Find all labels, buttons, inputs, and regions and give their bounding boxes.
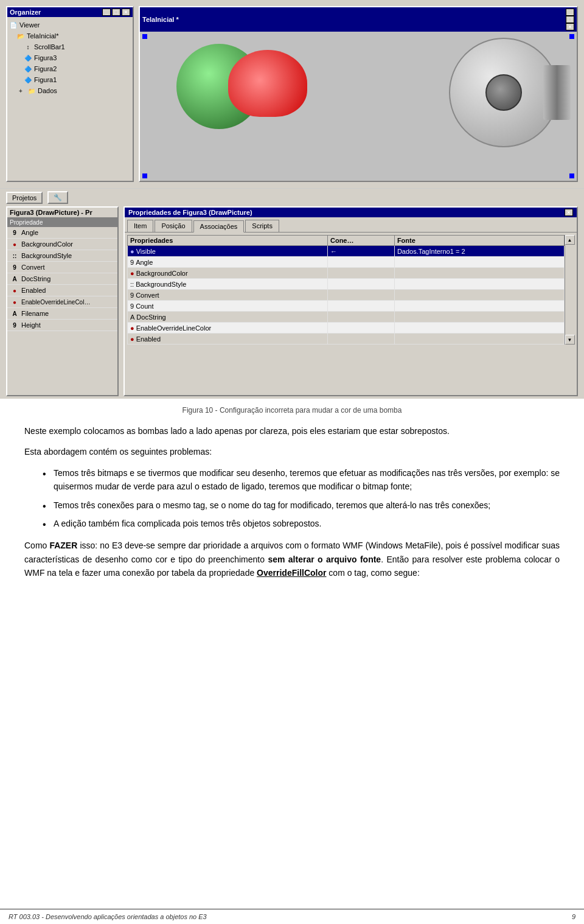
footer: RT 003.03 - Desenvolvendo aplicações ori… bbox=[0, 909, 584, 924]
tree-item-viewer[interactable]: 📄 Viewer bbox=[9, 19, 131, 30]
organizer-panel: Organizer _ □ × 📄 Viewer 📂 TelaInicial* … bbox=[6, 6, 134, 182]
telainicial-maximize-button[interactable]: □ bbox=[566, 16, 574, 23]
cell-count-cone bbox=[327, 301, 394, 312]
angle-num-icon: 9 bbox=[130, 259, 134, 266]
tab-posicao[interactable]: Posição bbox=[155, 220, 192, 232]
props-table-area: Propriedades Cone… Fonte ●Visible ← bbox=[125, 233, 577, 395]
prop-icon-height: 9 bbox=[10, 320, 19, 330]
tree-item-scrollbar1[interactable]: ↕ ScrollBar1 bbox=[23, 41, 131, 52]
cell-enableoverride-name: ●EnableOverrideLineColor bbox=[128, 323, 328, 334]
figura2-icon: 🔷 bbox=[23, 64, 33, 74]
dialog-tabs: Item Posição Associações Scripts bbox=[125, 217, 577, 233]
screenshot-area: Organizer _ □ × 📄 Viewer 📂 TelaInicial* … bbox=[0, 0, 584, 189]
projetos-label: Projetos bbox=[12, 194, 36, 201]
properties-dialog: Propriedades de Figura3 (DrawPicture) × … bbox=[123, 206, 578, 396]
cell-enabled-name: ●Enabled bbox=[128, 334, 328, 345]
tree-label-dados: Dados bbox=[38, 87, 57, 94]
tree-item-figura2[interactable]: 🔷 Figura2 bbox=[23, 63, 131, 74]
figura3-icon: 🔷 bbox=[23, 53, 33, 63]
paragraph-1: Neste exemplo colocamos as bombas lado a… bbox=[24, 424, 560, 438]
table-row-docstring[interactable]: ADocString bbox=[128, 312, 565, 323]
bgstyle-icon: :: bbox=[130, 281, 134, 288]
cell-enabled-cone bbox=[327, 334, 394, 345]
table-container: Propriedades Cone… Fonte ●Visible ← bbox=[127, 235, 565, 345]
table-row-backgroundstyle[interactable]: ::BackgroundStyle bbox=[128, 279, 565, 290]
scroll-down-button[interactable]: ▼ bbox=[565, 335, 575, 345]
figure-caption: Figura 10 - Configuração incorreta para … bbox=[0, 401, 584, 417]
expand-icon: + bbox=[16, 86, 26, 96]
prop-name-enabled: Enabled bbox=[21, 287, 46, 294]
table-row-angle[interactable]: 9Angle bbox=[128, 257, 565, 268]
bullet-item-3: A edição também fica complicada pois tem… bbox=[43, 517, 560, 530]
prop-icon-filename: A bbox=[10, 309, 19, 318]
organizer-titlebar-buttons: _ □ × bbox=[102, 9, 130, 16]
para3-overridefillcolor: OverrideFillColor bbox=[257, 568, 326, 578]
cell-visible-fonte: Dados.TagInterno1 = 2 bbox=[394, 246, 564, 257]
tab-associacoes[interactable]: Associações bbox=[193, 220, 245, 233]
cell-visible-name: ●Visible bbox=[128, 246, 328, 257]
organizer-maximize-button[interactable]: □ bbox=[112, 9, 120, 16]
organizer-titlebar: Organizer _ □ × bbox=[7, 7, 133, 17]
red-shape bbox=[228, 50, 307, 117]
table-row-visible[interactable]: ●Visible ← Dados.TagInterno1 = 2 bbox=[128, 246, 565, 257]
bullet-item-1: Temos três bitmaps e se tivermos que mod… bbox=[43, 466, 560, 494]
prop-icon-angle: 9 bbox=[10, 228, 19, 237]
cell-enabled-fonte bbox=[394, 334, 564, 345]
toolbar-icon-button[interactable]: 🔧 bbox=[47, 191, 68, 204]
disk-center bbox=[485, 74, 522, 111]
enabled-icon: ● bbox=[130, 335, 134, 343]
prop-icon-bgstyle: :: bbox=[10, 251, 19, 261]
bullet-item-2: Temos três conexões para o mesmo tag, se… bbox=[43, 499, 560, 512]
table-row-enableoverride[interactable]: ●EnableOverrideLineColor bbox=[128, 323, 565, 334]
footer-left: RT 003.03 - Desenvolvendo aplicações ori… bbox=[9, 913, 207, 920]
prop-row-bgcolor[interactable]: ● BackgroundColor bbox=[7, 239, 117, 250]
table-row-convert[interactable]: 9Convert bbox=[128, 290, 565, 301]
table-row-backgroundcolor[interactable]: ●BackgroundColor bbox=[128, 268, 565, 279]
visible-icon: ● bbox=[130, 248, 134, 255]
prop-row-angle[interactable]: 9 Angle bbox=[7, 227, 117, 239]
table-scrollbar[interactable]: ▲ ▼ bbox=[565, 235, 574, 345]
table-row-enabled[interactable]: ●Enabled bbox=[128, 334, 565, 345]
bullet-list: Temos três bitmaps e se tivermos que mod… bbox=[24, 466, 560, 531]
tab-scripts[interactable]: Scripts bbox=[245, 220, 279, 232]
cell-bgstyle-cone bbox=[327, 279, 394, 290]
tree-label-figura1: Figura1 bbox=[34, 76, 57, 83]
prop-row-filename[interactable]: A Filename bbox=[7, 308, 117, 320]
cell-enableoverride-fonte bbox=[394, 323, 564, 334]
table-row-count[interactable]: 9Count bbox=[128, 301, 565, 312]
cell-bgstyle-name: ::BackgroundStyle bbox=[128, 279, 328, 290]
telainicial-minimize-button[interactable]: _ bbox=[566, 9, 574, 16]
tree-item-figura1[interactable]: 🔷 Figura1 bbox=[23, 74, 131, 85]
toolbar-area: Projetos 🔧 bbox=[0, 189, 584, 204]
para3-fazer: FAZER bbox=[49, 541, 77, 550]
table-with-scrollbar: Propriedades Cone… Fonte ●Visible ← bbox=[127, 235, 574, 345]
tab-item[interactable]: Item bbox=[127, 220, 153, 232]
prop-row-height[interactable]: 9 Height bbox=[7, 320, 117, 331]
prop-name-height: Height bbox=[21, 321, 41, 329]
tree-label-figura3: Figura3 bbox=[34, 54, 57, 61]
prop-row-bgstyle[interactable]: :: BackgroundStyle bbox=[7, 250, 117, 262]
tree-label-figura2: Figura2 bbox=[34, 65, 57, 72]
prop-row-docstring[interactable]: A DocString bbox=[7, 273, 117, 285]
scrollbar-icon: ↕ bbox=[23, 42, 33, 52]
bgcolor-icon: ● bbox=[130, 270, 134, 277]
prop-icon-docstring: A bbox=[10, 274, 19, 284]
prop-row-convert[interactable]: 9 Convert bbox=[7, 262, 117, 273]
folder-open-icon: 📂 bbox=[16, 31, 26, 41]
prop-name-enableoverride: EnableOverrideLineCol… bbox=[21, 299, 90, 306]
cell-angle-name: 9Angle bbox=[128, 257, 328, 268]
tree-item-telainicial[interactable]: 📂 TelaInicial* bbox=[16, 30, 131, 41]
dialog-close-button[interactable]: × bbox=[565, 209, 573, 216]
organizer-minimize-button[interactable]: _ bbox=[102, 9, 111, 16]
tree-item-figura3[interactable]: 🔷 Figura3 bbox=[23, 52, 131, 63]
telainicial-title: TelaInicial * bbox=[142, 16, 179, 23]
tree-item-dados[interactable]: + 📁 Dados bbox=[16, 85, 131, 96]
projetos-button[interactable]: Projetos bbox=[6, 192, 43, 204]
scroll-up-button[interactable]: ▲ bbox=[565, 235, 575, 245]
telainicial-close-button[interactable]: × bbox=[566, 23, 574, 30]
tela-canvas bbox=[140, 32, 577, 181]
organizer-close-button[interactable]: × bbox=[122, 9, 130, 16]
prop-row-enableoverride[interactable]: ● EnableOverrideLineCol… bbox=[7, 296, 117, 308]
cell-convert-cone bbox=[327, 290, 394, 301]
prop-row-enabled[interactable]: ● Enabled bbox=[7, 285, 117, 296]
